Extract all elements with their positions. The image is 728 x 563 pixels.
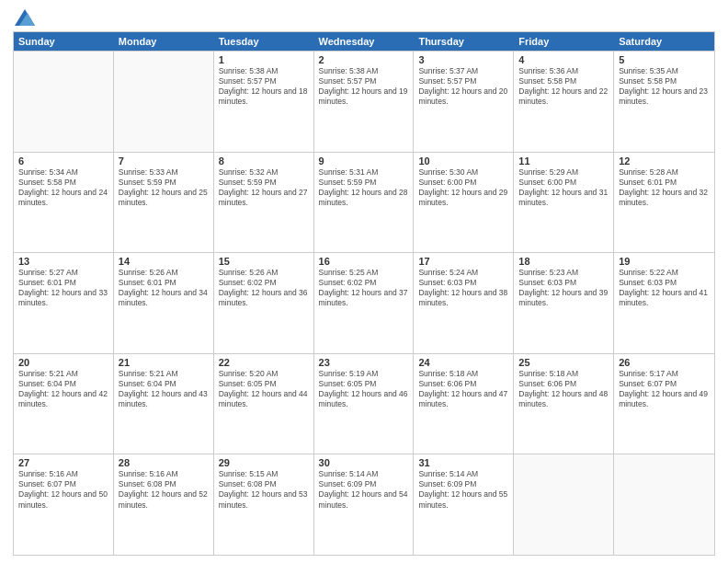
day-info: Sunrise: 5:19 AM Sunset: 6:05 PM Dayligh… <box>319 369 409 409</box>
day-number: 26 <box>619 357 710 368</box>
page-container: SundayMondayTuesdayWednesdayThursdayFrid… <box>0 0 728 563</box>
day-number: 18 <box>518 256 609 267</box>
day-info: Sunrise: 5:25 AM Sunset: 6:02 PM Dayligh… <box>319 268 409 308</box>
day-number: 6 <box>18 155 108 167</box>
day-info: Sunrise: 5:20 AM Sunset: 6:05 PM Dayligh… <box>219 369 309 409</box>
day-info: Sunrise: 5:21 AM Sunset: 6:04 PM Dayligh… <box>18 369 108 409</box>
day-info: Sunrise: 5:22 AM Sunset: 6:03 PM Dayligh… <box>619 268 710 308</box>
calendar-cell-empty-1 <box>114 52 214 152</box>
day-info: Sunrise: 5:36 AM Sunset: 5:58 PM Dayligh… <box>518 66 609 107</box>
calendar-cell-5: 5Sunrise: 5:35 AM Sunset: 5:58 PM Daylig… <box>614 52 714 152</box>
calendar-cell-27: 27Sunrise: 5:16 AM Sunset: 6:07 PM Dayli… <box>14 454 114 555</box>
calendar-cell-6: 6Sunrise: 5:34 AM Sunset: 5:58 PM Daylig… <box>14 153 114 253</box>
day-number: 20 <box>18 357 108 368</box>
day-info: Sunrise: 5:14 AM Sunset: 6:09 PM Dayligh… <box>319 469 409 510</box>
calendar-cell-empty-0 <box>14 52 114 152</box>
header-day-friday: Friday <box>514 32 614 51</box>
day-info: Sunrise: 5:17 AM Sunset: 6:07 PM Dayligh… <box>619 369 710 409</box>
calendar-cell-9: 9Sunrise: 5:31 AM Sunset: 5:59 PM Daylig… <box>314 153 415 253</box>
day-info: Sunrise: 5:16 AM Sunset: 6:07 PM Dayligh… <box>18 469 108 510</box>
calendar-body: 1Sunrise: 5:38 AM Sunset: 5:57 PM Daylig… <box>14 51 714 555</box>
header-day-saturday: Saturday <box>614 32 714 51</box>
day-number: 10 <box>418 155 508 167</box>
day-number: 4 <box>518 54 609 65</box>
calendar-week-1: 1Sunrise: 5:38 AM Sunset: 5:57 PM Daylig… <box>14 51 714 152</box>
calendar-cell-18: 18Sunrise: 5:23 AM Sunset: 6:03 PM Dayli… <box>514 253 614 353</box>
day-number: 12 <box>619 155 710 167</box>
calendar-week-2: 6Sunrise: 5:34 AM Sunset: 5:58 PM Daylig… <box>14 152 714 253</box>
day-number: 24 <box>418 357 508 368</box>
calendar-cell-30: 30Sunrise: 5:14 AM Sunset: 6:09 PM Dayli… <box>314 454 415 555</box>
calendar-cell-12: 12Sunrise: 5:28 AM Sunset: 6:01 PM Dayli… <box>614 153 714 253</box>
day-number: 21 <box>119 357 209 368</box>
header-day-tuesday: Tuesday <box>214 32 314 51</box>
day-number: 30 <box>319 457 409 468</box>
day-number: 16 <box>319 256 409 267</box>
day-number: 29 <box>219 457 309 468</box>
day-info: Sunrise: 5:18 AM Sunset: 6:06 PM Dayligh… <box>518 369 609 409</box>
day-number: 17 <box>418 256 508 267</box>
day-number: 23 <box>319 357 409 368</box>
calendar-cell-1: 1Sunrise: 5:38 AM Sunset: 5:57 PM Daylig… <box>214 52 314 152</box>
calendar-cell-24: 24Sunrise: 5:18 AM Sunset: 6:06 PM Dayli… <box>414 354 514 454</box>
day-number: 3 <box>418 54 508 65</box>
day-info: Sunrise: 5:27 AM Sunset: 6:01 PM Dayligh… <box>18 268 108 308</box>
calendar-cell-10: 10Sunrise: 5:30 AM Sunset: 6:00 PM Dayli… <box>414 153 514 253</box>
day-info: Sunrise: 5:24 AM Sunset: 6:03 PM Dayligh… <box>418 268 508 308</box>
day-number: 28 <box>119 457 209 468</box>
day-number: 19 <box>619 256 710 267</box>
day-number: 15 <box>219 256 309 267</box>
day-info: Sunrise: 5:38 AM Sunset: 5:57 PM Dayligh… <box>319 66 409 107</box>
day-info: Sunrise: 5:32 AM Sunset: 5:59 PM Dayligh… <box>219 167 309 208</box>
calendar-cell-2: 2Sunrise: 5:38 AM Sunset: 5:57 PM Daylig… <box>314 52 415 152</box>
calendar-cell-empty-5 <box>514 454 614 555</box>
logo <box>13 9 35 26</box>
day-info: Sunrise: 5:31 AM Sunset: 5:59 PM Dayligh… <box>319 167 409 208</box>
calendar-cell-22: 22Sunrise: 5:20 AM Sunset: 6:05 PM Dayli… <box>214 354 314 454</box>
calendar-cell-26: 26Sunrise: 5:17 AM Sunset: 6:07 PM Dayli… <box>614 354 714 454</box>
logo-icon <box>15 9 35 26</box>
day-number: 2 <box>319 54 409 65</box>
calendar-cell-25: 25Sunrise: 5:18 AM Sunset: 6:06 PM Dayli… <box>514 354 614 454</box>
day-number: 1 <box>219 54 309 65</box>
day-info: Sunrise: 5:21 AM Sunset: 6:04 PM Dayligh… <box>119 369 209 409</box>
calendar-week-4: 20Sunrise: 5:21 AM Sunset: 6:04 PM Dayli… <box>14 353 714 454</box>
day-number: 22 <box>219 357 309 368</box>
calendar-cell-23: 23Sunrise: 5:19 AM Sunset: 6:05 PM Dayli… <box>314 354 415 454</box>
calendar-cell-16: 16Sunrise: 5:25 AM Sunset: 6:02 PM Dayli… <box>314 253 415 353</box>
day-info: Sunrise: 5:35 AM Sunset: 5:58 PM Dayligh… <box>619 66 710 107</box>
calendar-cell-29: 29Sunrise: 5:15 AM Sunset: 6:08 PM Dayli… <box>214 454 314 555</box>
calendar-week-3: 13Sunrise: 5:27 AM Sunset: 6:01 PM Dayli… <box>14 252 714 353</box>
header-day-monday: Monday <box>114 32 214 51</box>
day-number: 31 <box>418 457 508 468</box>
day-number: 14 <box>119 256 209 267</box>
calendar-cell-17: 17Sunrise: 5:24 AM Sunset: 6:03 PM Dayli… <box>414 253 514 353</box>
day-number: 13 <box>18 256 108 267</box>
calendar-cell-7: 7Sunrise: 5:33 AM Sunset: 5:59 PM Daylig… <box>114 153 214 253</box>
calendar-cell-31: 31Sunrise: 5:14 AM Sunset: 6:09 PM Dayli… <box>414 454 514 555</box>
calendar-cell-11: 11Sunrise: 5:29 AM Sunset: 6:00 PM Dayli… <box>514 153 614 253</box>
calendar-cell-14: 14Sunrise: 5:26 AM Sunset: 6:01 PM Dayli… <box>114 253 214 353</box>
day-info: Sunrise: 5:14 AM Sunset: 6:09 PM Dayligh… <box>418 469 508 510</box>
day-info: Sunrise: 5:29 AM Sunset: 6:00 PM Dayligh… <box>518 167 609 208</box>
calendar-cell-4: 4Sunrise: 5:36 AM Sunset: 5:58 PM Daylig… <box>514 52 614 152</box>
day-number: 25 <box>518 357 609 368</box>
calendar-cell-empty-6 <box>614 454 714 555</box>
day-number: 5 <box>619 54 710 65</box>
header-day-thursday: Thursday <box>414 32 514 51</box>
calendar-cell-21: 21Sunrise: 5:21 AM Sunset: 6:04 PM Dayli… <box>114 354 214 454</box>
day-info: Sunrise: 5:15 AM Sunset: 6:08 PM Dayligh… <box>219 469 309 510</box>
calendar-cell-15: 15Sunrise: 5:26 AM Sunset: 6:02 PM Dayli… <box>214 253 314 353</box>
calendar-cell-13: 13Sunrise: 5:27 AM Sunset: 6:01 PM Dayli… <box>14 253 114 353</box>
header <box>13 9 715 26</box>
day-number: 11 <box>518 155 609 167</box>
day-info: Sunrise: 5:18 AM Sunset: 6:06 PM Dayligh… <box>418 369 508 409</box>
calendar-header: SundayMondayTuesdayWednesdayThursdayFrid… <box>14 32 714 51</box>
day-info: Sunrise: 5:37 AM Sunset: 5:57 PM Dayligh… <box>418 66 508 107</box>
calendar-week-5: 27Sunrise: 5:16 AM Sunset: 6:07 PM Dayli… <box>14 454 714 555</box>
calendar-cell-8: 8Sunrise: 5:32 AM Sunset: 5:59 PM Daylig… <box>214 153 314 253</box>
day-number: 8 <box>219 155 309 167</box>
header-day-sunday: Sunday <box>14 32 114 51</box>
day-info: Sunrise: 5:28 AM Sunset: 6:01 PM Dayligh… <box>619 167 710 208</box>
header-day-wednesday: Wednesday <box>314 32 415 51</box>
